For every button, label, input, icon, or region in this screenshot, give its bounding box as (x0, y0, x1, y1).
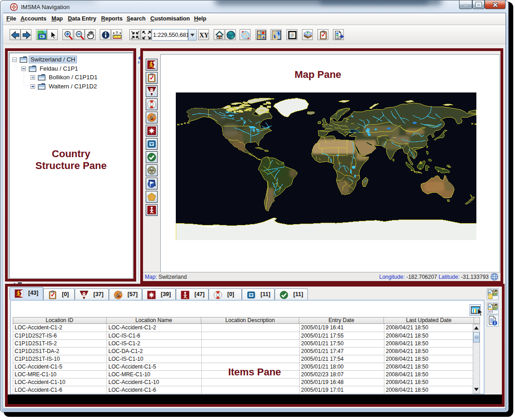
svg-text:XY: XY (199, 31, 209, 39)
svg-text:?: ? (115, 31, 118, 35)
